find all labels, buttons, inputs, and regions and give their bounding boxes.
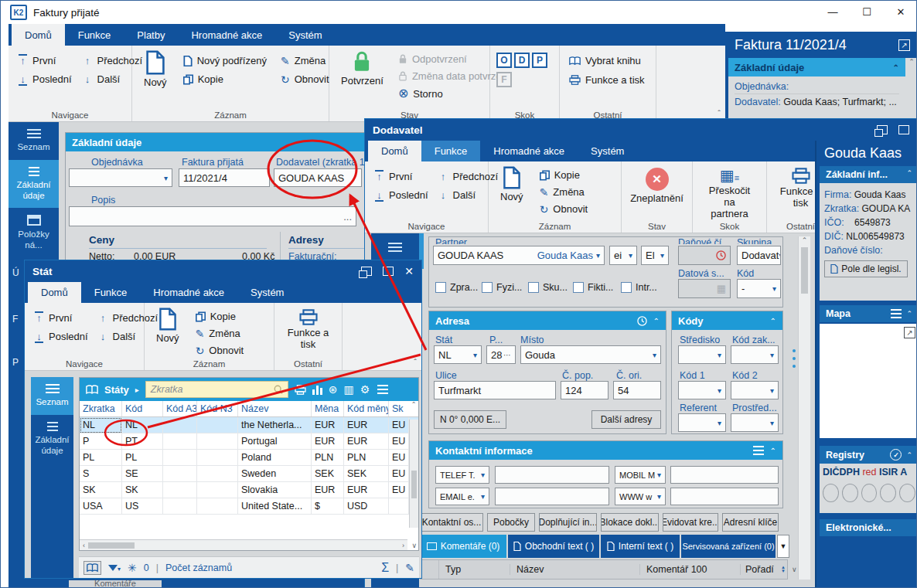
sum-button[interactable]: Σ bbox=[381, 561, 389, 575]
tab-obchodni-text[interactable]: Obchodní text ( ) bbox=[508, 535, 599, 558]
sidebar-item-menu[interactable] bbox=[371, 233, 419, 259]
close-button[interactable]: ✕ bbox=[884, 1, 917, 24]
col-komentar[interactable]: Komentář 100 bbox=[640, 564, 741, 575]
first-button[interactable]: ↑První bbox=[31, 311, 91, 325]
tab-system[interactable]: Systém bbox=[237, 282, 297, 303]
tab-hromadne-akce[interactable]: Hromadné akce bbox=[178, 24, 275, 46]
layers-icon[interactable] bbox=[753, 446, 764, 455]
copy-button[interactable]: Kopie bbox=[180, 72, 270, 87]
maximize-icon[interactable] bbox=[383, 267, 394, 276]
preview-scrollbar[interactable]: ⌃ bbox=[905, 58, 917, 120]
tab-domu[interactable]: Domů bbox=[12, 24, 65, 46]
invalidate-button[interactable]: ✕ Zneplatnění bbox=[628, 168, 686, 205]
col-typ[interactable]: Typ bbox=[439, 564, 510, 575]
col-nazev[interactable]: Název bbox=[238, 401, 312, 416]
faktura-field[interactable]: 11/2021/4 bbox=[179, 168, 270, 187]
sidebar-item-zakladni-udaje[interactable]: Základní údaje bbox=[31, 415, 73, 464]
col-nazev[interactable]: Název bbox=[510, 564, 640, 575]
restore-icon[interactable] bbox=[877, 125, 888, 134]
objednavka-combobox[interactable]: ▾ bbox=[69, 168, 172, 187]
copy-button[interactable]: Kopie bbox=[537, 168, 591, 182]
confirm-button[interactable]: Potvrzení bbox=[336, 50, 389, 107]
change-button[interactable]: ✎Změna bbox=[193, 326, 247, 341]
first-button[interactable]: ↑První bbox=[15, 53, 75, 68]
col-sk[interactable]: Sk bbox=[389, 401, 409, 416]
first-button[interactable]: ↑První bbox=[371, 169, 431, 184]
table-menu-icon[interactable] bbox=[377, 385, 388, 394]
col-poradi[interactable]: Pořadí bbox=[741, 564, 775, 575]
spinner-icon[interactable]: ▲▼ bbox=[781, 566, 787, 574]
scroll-right-icon[interactable]: › bbox=[399, 542, 407, 549]
preview-section-header[interactable]: Základní údaje ⌃ bbox=[728, 58, 905, 76]
tab-hromadne-akce[interactable]: Hromadné akce bbox=[140, 282, 237, 303]
kod2-combobox[interactable]: ▾ bbox=[731, 381, 779, 399]
tab-hromadne-akce[interactable]: Hromadné akce bbox=[480, 141, 578, 161]
new-child-button[interactable]: Nový podřízený bbox=[180, 53, 270, 68]
adresni-klice-button[interactable]: Adresní klíče bbox=[722, 513, 779, 532]
checkbox-fiktivni[interactable]: Fikti... bbox=[573, 282, 613, 293]
chart-icon[interactable] bbox=[312, 384, 322, 395]
book-view-button[interactable] bbox=[84, 561, 101, 575]
blokace-dokladu-button[interactable]: Blokace dokl... bbox=[601, 513, 659, 532]
pole-dle-legislativy-button[interactable]: Pole dle legisl. bbox=[824, 260, 908, 277]
snowflake-icon[interactable]: ✳ bbox=[128, 562, 137, 574]
table-row[interactable]: PLPLPolandPLNPLNEU bbox=[80, 450, 418, 466]
book-selector[interactable]: Státy bbox=[104, 384, 129, 396]
collapse-icon[interactable]: ⌃ bbox=[653, 317, 660, 325]
ribbon-collapse-icon[interactable]: ˆ bbox=[718, 109, 721, 118]
col-kod-a3[interactable]: Kód A3 bbox=[163, 401, 197, 416]
jump-d-button[interactable]: D bbox=[514, 53, 530, 68]
dropdown-icon[interactable]: ▾ bbox=[596, 251, 600, 260]
col-mena[interactable]: Měna bbox=[312, 401, 344, 416]
mobil-combobox[interactable]: MOBIL M▾ bbox=[615, 466, 666, 484]
www-combobox[interactable]: WWW w▾ bbox=[615, 488, 666, 505]
col-kod-n3[interactable]: Kód N3 bbox=[197, 401, 238, 416]
refresh-button[interactable]: ↻Obnovit bbox=[278, 72, 332, 87]
more-button[interactable]: ... bbox=[343, 211, 352, 223]
maximize-button[interactable]: ☐ bbox=[850, 1, 884, 24]
new-button[interactable]: Nový bbox=[495, 166, 529, 219]
new-button[interactable]: Nový bbox=[138, 50, 172, 107]
maximize-icon[interactable] bbox=[898, 125, 909, 134]
registry-header[interactable]: Registry ✓ ⌃ bbox=[820, 446, 917, 464]
mapa-header[interactable]: Mapa ⌃ bbox=[820, 305, 917, 322]
map-area[interactable]: ↗ bbox=[820, 324, 917, 438]
table-row[interactable]: SSESwedenSEKSEKEU bbox=[80, 466, 418, 482]
ribbon-collapse-icon[interactable]: ˆ bbox=[414, 358, 417, 367]
splitter-dots[interactable] bbox=[793, 349, 796, 372]
analysis-icon[interactable]: ⊛ bbox=[329, 383, 338, 396]
col-kod-meny[interactable]: Kód měny bbox=[344, 401, 389, 416]
checkbox-intrastat[interactable]: Intr... bbox=[621, 282, 657, 293]
telefon-field[interactable] bbox=[495, 466, 609, 484]
evidovat-kredit-button[interactable]: Evidovat kre... bbox=[663, 513, 718, 532]
doplnujici-info-button[interactable]: Doplňující in... bbox=[539, 513, 597, 532]
tab-platby[interactable]: Platby bbox=[124, 24, 178, 46]
columns-icon[interactable]: ▥ bbox=[344, 383, 354, 396]
tab-interni-text[interactable]: Interní text ( ) bbox=[601, 535, 680, 558]
gps-button[interactable]: N 0° 0,000 E... bbox=[434, 410, 506, 429]
last-button[interactable]: ↓Poslední bbox=[31, 329, 91, 344]
col-kod[interactable]: Kód bbox=[122, 401, 163, 416]
checkbox-skupina[interactable]: Sku... bbox=[528, 282, 568, 293]
datova-schranka-field[interactable]: ▦ bbox=[678, 279, 731, 298]
partner-field[interactable]: GOUDA KAAS Gouda Kaas ▾ bbox=[433, 246, 605, 265]
minimize-button[interactable]: — bbox=[816, 1, 850, 24]
tab-funkce[interactable]: Funkce bbox=[81, 282, 141, 303]
supplier-zakladni-header[interactable]: Základní inf...⌃ bbox=[820, 166, 917, 183]
dropdown-icon[interactable]: ▾ bbox=[164, 174, 168, 182]
table-row[interactable]: USAUSUnited State...$USD bbox=[80, 498, 418, 515]
check-circle-icon[interactable]: ✓ bbox=[890, 449, 902, 461]
partner-small-combo-1[interactable]: ei▾ bbox=[609, 246, 637, 265]
email-field[interactable] bbox=[495, 488, 609, 505]
tab-komentare[interactable]: Komentáře (0) bbox=[420, 535, 506, 558]
dodavatel-scrollbar[interactable]: ⌃ bbox=[798, 236, 810, 580]
kod-zakazky-combobox[interactable]: ▾ bbox=[731, 345, 779, 364]
tabs-overflow-button[interactable]: ▼ bbox=[777, 535, 789, 558]
tab-funkce[interactable]: Funkce bbox=[421, 141, 481, 161]
prostredek-combobox[interactable]: ▾ bbox=[731, 413, 779, 432]
search-input[interactable]: Zkratka bbox=[145, 381, 288, 398]
skupina-combobox[interactable]: Dodavat▾ bbox=[737, 246, 781, 265]
telefon-combobox[interactable]: TELEF T.▾ bbox=[435, 466, 489, 484]
misto-combobox[interactable]: Gouda▾ bbox=[520, 345, 661, 364]
checkbox-fyzicka[interactable]: Fyzi... bbox=[482, 282, 522, 293]
